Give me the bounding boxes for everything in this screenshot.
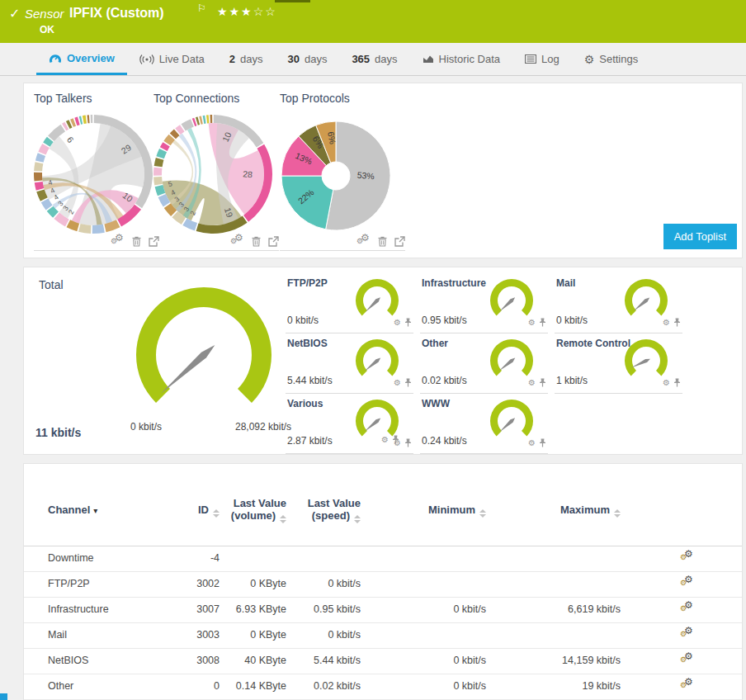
column-header-minimum[interactable]: Minimum bbox=[428, 504, 486, 518]
last-value-speed: 0.02 kbit/s bbox=[314, 680, 361, 692]
gauge-cell-remote-control: Remote Control1 kbit/s⚙ bbox=[555, 333, 682, 394]
channel-name: Infrastructure bbox=[48, 603, 109, 615]
gauge-settings-icon[interactable]: ⚙ bbox=[663, 318, 670, 327]
tab-settings[interactable]: ⚙ Settings bbox=[572, 43, 651, 75]
channel-gauge-value: 1 kbit/s bbox=[556, 375, 588, 386]
channel-name: Other bbox=[48, 680, 73, 692]
tab-historic-data[interactable]: Historic Data bbox=[410, 43, 512, 75]
column-header-id[interactable]: ID bbox=[198, 504, 220, 518]
table-row: FTP/P2P 3002 0 KByte 0 kbit/s ⚙⚙ bbox=[24, 571, 742, 598]
channel-gauge-value: 0 kbit/s bbox=[287, 315, 319, 326]
channel-gauge-label: NetBIOS bbox=[287, 338, 328, 349]
channel-gauge-value: 0 kbit/s bbox=[556, 315, 588, 326]
gauge-cell-mail: Mail0 kbit/s⚙ bbox=[555, 272, 682, 333]
gauge-settings-icon[interactable]: ⚙ bbox=[528, 318, 536, 327]
top-protocols-donut-chart[interactable]: 53%22%13%6%6% bbox=[280, 113, 402, 235]
gauge-settings-icon[interactable]: ⚙ bbox=[528, 438, 536, 447]
gauge-settings-icon[interactable]: ⚙ bbox=[394, 438, 401, 447]
trash-icon[interactable] bbox=[378, 236, 387, 247]
gauge-settings-icon[interactable]: ⚙ bbox=[528, 378, 536, 387]
channel-settings-icon[interactable]: ⚙⚙ bbox=[680, 679, 694, 691]
tab-365-days[interactable]: 365 days bbox=[339, 43, 409, 75]
channel-table-card: Channel▾ ID Last Value (volume) Last Val… bbox=[23, 463, 743, 700]
channel-settings-icon[interactable]: ⚙⚙ bbox=[680, 627, 694, 640]
channel-settings-icon[interactable]: ⚙⚙ bbox=[680, 653, 694, 665]
pin-icon[interactable] bbox=[404, 378, 412, 387]
channel-gauge-value: 5.44 kbit/s bbox=[287, 375, 333, 386]
toplist-settings-icon[interactable]: ⚙ ⚙ bbox=[230, 234, 244, 247]
sort-icon bbox=[614, 509, 621, 518]
tab-2-days[interactable]: 2 days bbox=[217, 43, 276, 75]
total-gauge-min: 0 kbit/s bbox=[130, 421, 162, 433]
gear-icon: ⚙ bbox=[584, 53, 595, 66]
gauge-cell-other: Other0.02 kbit/s⚙ bbox=[420, 333, 548, 394]
toplist-actions: ⚙ ⚙ bbox=[111, 234, 159, 247]
pin-icon[interactable] bbox=[673, 378, 681, 387]
favorite-flag-icon[interactable]: ⚐ bbox=[197, 2, 206, 14]
channel-id: 3002 bbox=[196, 578, 220, 589]
svg-text:28: 28 bbox=[243, 168, 253, 179]
pin-icon[interactable] bbox=[539, 378, 546, 387]
last-value-speed: 0.95 kbit/s bbox=[314, 603, 361, 615]
table-row: Downtime -4 ⚙⚙ bbox=[24, 546, 742, 572]
priority-stars[interactable]: ★★★☆☆ bbox=[217, 5, 277, 18]
top-connections-chord-chart[interactable]: 102819233345 bbox=[153, 113, 276, 235]
channel-gauge-label: Various bbox=[287, 398, 323, 409]
tab-live-data[interactable]: Live Data bbox=[127, 43, 217, 75]
trash-icon[interactable] bbox=[132, 236, 141, 247]
toplist-actions: ⚙ ⚙ bbox=[230, 234, 279, 247]
channel-name: Downtime bbox=[48, 552, 94, 564]
gauge-settings-icon[interactable]: ⚙ bbox=[394, 318, 401, 327]
trash-icon[interactable] bbox=[252, 236, 261, 247]
gauge-settings-icon[interactable]: ⚙ bbox=[394, 378, 401, 387]
add-toplist-button[interactable]: Add Toplist bbox=[663, 224, 737, 249]
top-talkers-chord-chart[interactable]: 29106233444 bbox=[34, 113, 156, 235]
toplist-settings-icon[interactable]: ⚙ ⚙ bbox=[356, 234, 371, 247]
column-header-last-value-volume[interactable]: Last Value (volume) bbox=[231, 497, 286, 523]
pin-icon[interactable] bbox=[673, 318, 681, 327]
open-external-icon[interactable] bbox=[394, 236, 405, 247]
toplist-panel-top-talkers: Top Talkers 29106233444 ⚙ ⚙ bbox=[34, 92, 159, 251]
tab-overview[interactable]: Overview bbox=[36, 43, 127, 75]
table-header-row: Channel▾ ID Last Value (volume) Last Val… bbox=[24, 489, 742, 546]
channel-gauge-value: 0.24 kbit/s bbox=[422, 435, 467, 447]
pin-icon[interactable] bbox=[539, 438, 546, 447]
channel-settings-icon[interactable]: ⚙⚙ bbox=[680, 576, 694, 589]
column-header-last-value-speed[interactable]: Last Value (speed) bbox=[308, 497, 361, 523]
channel-gauge-label: Infrastructure bbox=[422, 277, 486, 289]
channel-settings-icon[interactable]: ⚙⚙ bbox=[680, 602, 694, 614]
last-value-volume: 40 KByte bbox=[244, 655, 286, 666]
channel-id: 3008 bbox=[196, 655, 220, 666]
pin-icon[interactable] bbox=[539, 318, 546, 327]
prtg-sensor-page: { "icons": {"check":"✓","flag":"⚐","gear… bbox=[0, 0, 746, 700]
tab-log[interactable]: Log bbox=[512, 43, 572, 75]
channel-settings-icon[interactable]: ⚙⚙ bbox=[680, 551, 694, 563]
column-header-channel[interactable]: Channel▾ bbox=[48, 504, 97, 516]
maximum-value: 14,159 kbit/s bbox=[562, 655, 621, 666]
toplist-settings-icon[interactable]: ⚙ ⚙ bbox=[111, 234, 125, 247]
column-header-maximum[interactable]: Maximum bbox=[560, 504, 621, 518]
tab-30-days[interactable]: 30 days bbox=[275, 43, 339, 75]
table-row: Mail 3003 0 KByte 0 kbit/s ⚙⚙ bbox=[24, 622, 742, 649]
gauge-cell-www: WWW0.24 kbit/s⚙ bbox=[420, 393, 548, 454]
channel-gauge-value: 2.87 kbit/s bbox=[287, 435, 333, 447]
open-external-icon[interactable] bbox=[268, 236, 279, 247]
tab-bar: Overview Live Data 2 days 30 days 365 da… bbox=[0, 43, 746, 76]
sensor-name: IPFIX (Custom) bbox=[69, 6, 164, 21]
table-row: Infrastructure 3007 6.93 KByte 0.95 kbit… bbox=[24, 597, 742, 623]
pin-icon[interactable] bbox=[404, 438, 412, 447]
channel-gauge-value: 0.02 kbit/s bbox=[422, 375, 467, 386]
gauge-actions: ⚙ bbox=[528, 318, 546, 327]
channel-id: -4 bbox=[210, 552, 220, 564]
maximum-value: 6,619 kbit/s bbox=[568, 603, 621, 615]
channel-name: NetBIOS bbox=[48, 655, 88, 666]
minimum-value: 0 kbit/s bbox=[453, 603, 486, 615]
toplist-actions: ⚙ ⚙ bbox=[356, 234, 405, 247]
gauge-settings-icon[interactable]: ⚙ bbox=[663, 378, 670, 387]
last-value-speed: 0 kbit/s bbox=[328, 629, 361, 641]
sort-icon bbox=[354, 515, 361, 523]
toplist-panel-top-connections: Top Connections 102819233345 ⚙ ⚙ bbox=[153, 92, 279, 251]
pin-icon[interactable] bbox=[404, 318, 412, 327]
total-gauge-label: Total bbox=[39, 278, 64, 291]
sort-icon bbox=[280, 515, 286, 523]
